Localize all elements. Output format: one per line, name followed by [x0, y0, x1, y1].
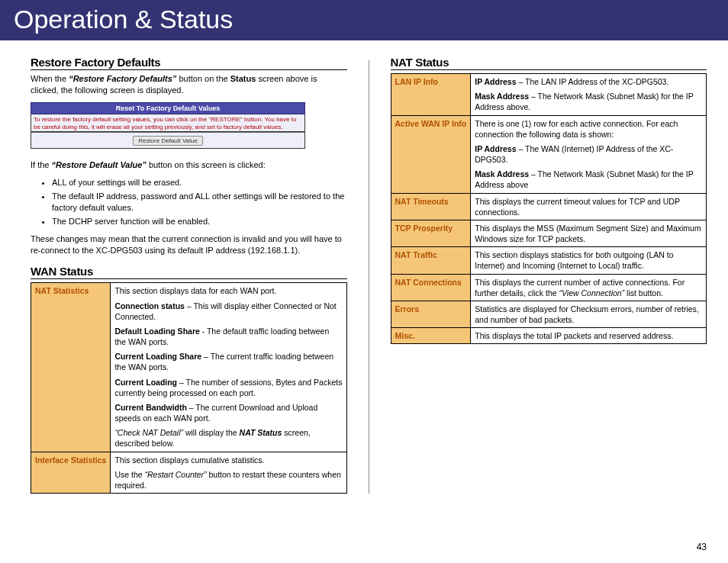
- table-row: Active WAN IP InfoThere is one (1) row f…: [391, 115, 707, 193]
- table-row: NAT StatisticsThis section displays data…: [31, 283, 347, 452]
- table-value: This displays the MSS (Maximum Segment S…: [471, 220, 707, 246]
- restore-bullets: ALL of your settings will be erased.The …: [31, 177, 347, 227]
- table-key: NAT Traffic: [391, 247, 471, 274]
- column-separator: [369, 60, 369, 494]
- restore-screenshot: Reset To Factory Default Values To resto…: [31, 102, 305, 150]
- table-value: This section displays data for each WAN …: [111, 283, 346, 452]
- page-title: Operation & Status: [14, 5, 233, 34]
- table-key: Interface Statistics: [31, 452, 111, 494]
- table-key: Active WAN IP Info: [391, 115, 471, 193]
- restore-intro: When the “Restore Factory Defaults” butt…: [31, 73, 347, 96]
- table-value: This displays the total IP packets and r…: [471, 328, 707, 344]
- table-value: This section displays statistics for bot…: [471, 247, 707, 274]
- table-value: This displays the current number of acti…: [471, 274, 707, 301]
- restore-after: If the “Restore Default Value” button on…: [31, 159, 347, 171]
- table-row: Misc.This displays the total IP packets …: [391, 328, 707, 344]
- table-row: Interface StatisticsThis section display…: [31, 452, 347, 494]
- wan-heading: WAN Status: [31, 265, 347, 279]
- list-item: The default IP address, password and ALL…: [52, 191, 347, 214]
- restore-ss-title: Reset To Factory Default Values: [31, 102, 305, 114]
- table-key: Misc.: [391, 328, 471, 344]
- list-item: The DCHP server function will be enabled…: [52, 216, 347, 227]
- restore-default-button[interactable]: Restore Default Value: [133, 136, 203, 146]
- table-value: This section displays cumulative statist…: [111, 452, 346, 494]
- table-value: IP Address – The LAN IP Address of the X…: [471, 74, 707, 116]
- nat-heading: NAT Status: [391, 56, 707, 70]
- table-key: TCP Prosperity: [391, 220, 471, 246]
- page-number: 43: [697, 542, 707, 552]
- right-column: NAT Status LAN IP InfoIP Address – The L…: [391, 56, 707, 494]
- page-header: Operation & Status: [0, 0, 728, 40]
- list-item: ALL of your settings will be erased.: [52, 177, 347, 188]
- table-key: NAT Statistics: [31, 283, 111, 452]
- table-value: There is one (1) row for each active con…: [471, 115, 707, 193]
- table-row: ErrorsStatistics are displayed for Check…: [391, 301, 707, 327]
- table-row: LAN IP InfoIP Address – The LAN IP Addre…: [391, 74, 707, 116]
- table-key: NAT Timeouts: [391, 193, 471, 220]
- table-key: NAT Connections: [391, 274, 471, 301]
- table-key: LAN IP Info: [391, 74, 471, 116]
- restore-heading: Restore Factory Defaults: [31, 56, 347, 70]
- table-row: TCP ProsperityThis displays the MSS (Max…: [391, 220, 707, 246]
- restore-outro: These changes may mean that the current …: [31, 233, 347, 256]
- table-key: Errors: [391, 301, 471, 327]
- restore-ss-button-row: Restore Default Value: [31, 132, 305, 149]
- table-row: NAT TrafficThis section displays statist…: [391, 247, 707, 274]
- wan-status-table: NAT StatisticsThis section displays data…: [31, 282, 347, 494]
- nat-status-table: LAN IP InfoIP Address – The LAN IP Addre…: [391, 73, 707, 344]
- content-area: Restore Factory Defaults When the “Resto…: [0, 40, 728, 494]
- table-row: NAT ConnectionsThis displays the current…: [391, 274, 707, 301]
- left-column: Restore Factory Defaults When the “Resto…: [31, 56, 347, 494]
- table-value: Statistics are displayed for Checksum er…: [471, 301, 707, 327]
- table-value: This displays the current timeout values…: [471, 193, 707, 220]
- table-row: NAT TimeoutsThis displays the current ti…: [391, 193, 707, 220]
- restore-ss-body: To restore the factory default setting v…: [31, 114, 305, 133]
